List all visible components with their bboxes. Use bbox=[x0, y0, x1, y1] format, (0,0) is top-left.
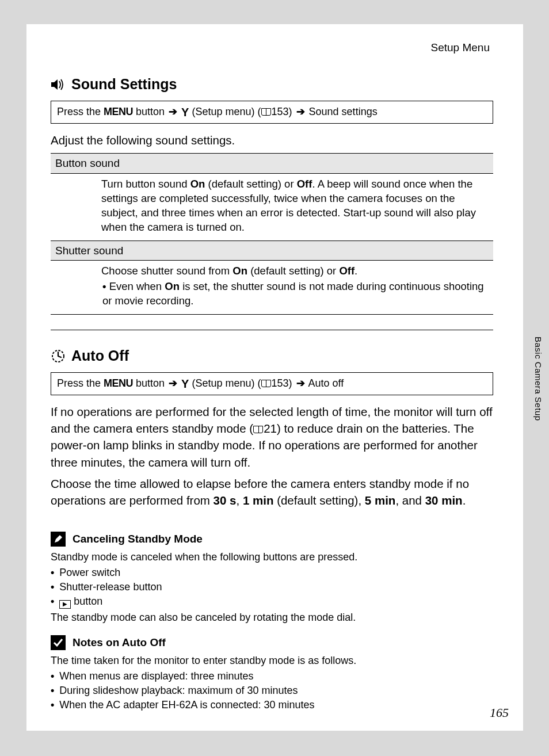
nav-text: button bbox=[133, 106, 167, 117]
option-1min: 1 min bbox=[243, 494, 274, 507]
text: button bbox=[71, 595, 102, 607]
option-off: Off bbox=[339, 265, 354, 277]
list-item: When the AC adapter EH-62A is connected:… bbox=[59, 698, 493, 712]
option-5min: 5 min bbox=[365, 494, 396, 507]
section-sound-settings-title: Sound Settings bbox=[51, 76, 493, 93]
nav-dest: Auto off bbox=[306, 377, 344, 389]
manual-page: Setup Menu Sound Settings Press the MENU… bbox=[26, 24, 523, 731]
section-divider bbox=[51, 330, 493, 330]
list-item: When menus are displayed: three minutes bbox=[59, 669, 493, 684]
row-button-sound-body: Turn button sound On (default setting) o… bbox=[51, 173, 493, 240]
option-30s: 30 s bbox=[214, 494, 237, 507]
note-auto-off: Notes on Auto Off The time taken for the… bbox=[51, 635, 493, 713]
menu-button-label: MENU bbox=[104, 106, 133, 117]
header-breadcrumb: Setup Menu bbox=[51, 41, 493, 54]
note-title: Canceling Standby Mode bbox=[73, 533, 203, 545]
option-30min: 30 min bbox=[425, 494, 463, 507]
section-auto-off-title: Auto Off bbox=[51, 348, 493, 364]
nav-text: button bbox=[133, 377, 167, 389]
nav-text: ) bbox=[289, 106, 295, 117]
side-chapter-label: Basic Camera Setup bbox=[533, 337, 543, 421]
auto-off-icon bbox=[51, 349, 66, 364]
nav-text: ) bbox=[289, 377, 295, 389]
row-button-sound-head: Button sound bbox=[51, 154, 493, 174]
text: Turn button sound bbox=[101, 178, 190, 190]
playback-icon: ▶ bbox=[59, 600, 71, 609]
arrow-icon: ➔ bbox=[169, 106, 177, 117]
section-title-text: Auto Off bbox=[71, 348, 129, 364]
menu-button-label: MENU bbox=[104, 377, 133, 389]
text: . bbox=[354, 265, 357, 277]
option-on: On bbox=[232, 265, 247, 277]
autooff-para2: Choose the time allowed to elapse before… bbox=[51, 475, 493, 509]
arrow-icon: ➔ bbox=[296, 106, 305, 117]
book-icon bbox=[261, 380, 271, 387]
text: (default setting) or bbox=[205, 178, 296, 190]
note-intro: Standby mode is canceled when the follow… bbox=[51, 550, 493, 564]
sound-intro: Adjust the following sound settings. bbox=[51, 132, 493, 148]
nav-text: (Setup menu) ( bbox=[189, 377, 261, 389]
note-title: Notes on Auto Off bbox=[73, 636, 166, 649]
row-shutter-sound-body: Choose shutter sound from On (default se… bbox=[51, 261, 493, 315]
option-off: Off bbox=[297, 178, 312, 190]
nav-path-autooff: Press the MENU button ➔ Y (Setup menu) (… bbox=[51, 372, 493, 395]
book-icon bbox=[261, 108, 271, 116]
page-ref: 153 bbox=[272, 377, 289, 389]
note-canceling-standby: Canceling Standby Mode Standby mode is c… bbox=[51, 532, 493, 625]
pencil-icon bbox=[51, 532, 66, 547]
option-on: On bbox=[165, 280, 180, 292]
check-icon bbox=[51, 635, 66, 650]
list-item: ▶ button bbox=[59, 594, 493, 609]
text: Choose shutter sound from bbox=[101, 265, 232, 277]
section-title-text: Sound Settings bbox=[71, 76, 177, 93]
page-number: 165 bbox=[490, 705, 509, 720]
page-ref: 153 bbox=[272, 106, 289, 117]
list-item: Shutter-release button bbox=[59, 580, 493, 594]
arrow-icon: ➔ bbox=[169, 377, 177, 389]
option-on: On bbox=[190, 178, 205, 190]
page-ref: 21 bbox=[264, 422, 277, 435]
note-intro: The time taken for the monitor to enter … bbox=[51, 654, 493, 668]
wrench-icon: Y bbox=[181, 377, 189, 391]
text: . bbox=[463, 494, 466, 507]
wrench-icon: Y bbox=[181, 106, 189, 119]
sound-settings-table: Button sound Turn button sound On (defau… bbox=[51, 153, 493, 315]
nav-text: (Setup menu) ( bbox=[189, 106, 261, 117]
arrow-icon: ➔ bbox=[296, 377, 305, 389]
side-tab-marker bbox=[534, 432, 549, 466]
list-item: Power switch bbox=[59, 566, 493, 580]
text: , and bbox=[395, 494, 425, 507]
nav-text: Press the bbox=[57, 106, 104, 117]
shutter-note: Even when On is set, the shutter sound i… bbox=[102, 280, 489, 308]
text: (default setting) or bbox=[247, 265, 339, 277]
nav-text: Press the bbox=[57, 377, 104, 389]
text: , bbox=[236, 494, 242, 507]
note-outro: The standby mode can also be canceled by… bbox=[51, 610, 493, 625]
text: Even when bbox=[109, 280, 165, 292]
row-shutter-sound-head: Shutter sound bbox=[51, 240, 493, 261]
speaker-icon bbox=[51, 77, 66, 92]
autooff-para1: If no operations are performed for the s… bbox=[51, 403, 493, 470]
book-icon bbox=[253, 426, 263, 433]
text: (default setting), bbox=[273, 494, 364, 507]
list-item: During slideshow playback: maximum of 30… bbox=[59, 684, 493, 698]
nav-dest: Sound settings bbox=[306, 106, 378, 117]
nav-path-sound: Press the MENU button ➔ Y (Setup menu) (… bbox=[51, 101, 493, 124]
